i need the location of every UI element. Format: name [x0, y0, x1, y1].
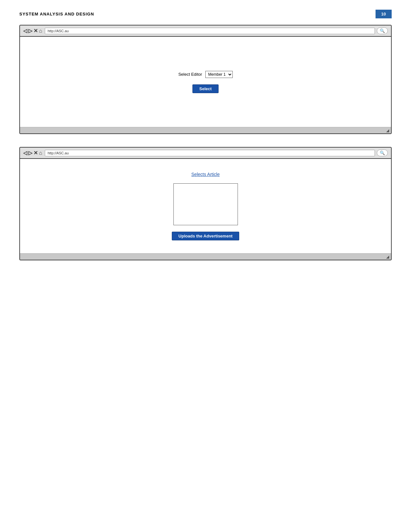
url-bar-container-1: 🔍 [45, 27, 388, 34]
upload-button[interactable]: Uploads the Advertisement [172, 232, 240, 240]
select-editor-row: Select Editor Member 1 Member 2 Member 3 [178, 71, 233, 78]
member-dropdown[interactable]: Member 1 Member 2 Member 3 [205, 71, 233, 78]
browser-content-1: Select Editor Member 1 Member 2 Member 3… [20, 37, 391, 127]
resize-handle-2: ◢ [386, 255, 389, 259]
browser-content-2: Selects Article Uploads the Advertisemen… [20, 159, 391, 253]
nav-icons-2: ◁ ▷ ✕ ⌂ [23, 150, 42, 156]
browser-window-1: Allsports Sports Club ◁ ▷ ✕ ⌂ 🔍 Select E… [19, 25, 392, 134]
article-textarea[interactable] [173, 183, 238, 225]
browser-statusbar-2: ◢ [20, 253, 391, 260]
url-input-1[interactable] [45, 28, 375, 34]
search-button-1[interactable]: 🔍 [377, 27, 388, 34]
resize-handle-1: ◢ [386, 128, 389, 133]
nav-icons-1: ◁ ▷ ✕ ⌂ [23, 28, 42, 34]
home-icon-2[interactable]: ⌂ [39, 150, 42, 156]
forward-icon[interactable]: ▷ [28, 28, 32, 34]
back-icon[interactable]: ◁ [23, 28, 27, 34]
search-button-2[interactable]: 🔍 [377, 150, 388, 156]
search-icon-2: 🔍 [380, 150, 385, 155]
home-icon[interactable]: ⌂ [39, 28, 42, 34]
stop-icon[interactable]: ✕ [34, 28, 38, 34]
select-button[interactable]: Select [192, 84, 218, 93]
browser-window-2: Allsports Sports Club ◁ ▷ ✕ ⌂ 🔍 Selects … [19, 147, 392, 260]
stop-icon-2[interactable]: ✕ [34, 150, 38, 156]
browser-toolbar-1: Allsports Sports Club ◁ ▷ ✕ ⌂ 🔍 [20, 25, 391, 37]
search-icon-1: 🔍 [380, 28, 385, 33]
toolbar-inner-1: Allsports Sports Club ◁ ▷ ✕ ⌂ 🔍 [23, 27, 388, 34]
browser-statusbar-1: ◢ [20, 127, 391, 133]
url-input-2[interactable] [45, 150, 375, 156]
toolbar-inner-2: Allsports Sports Club ◁ ▷ ✕ ⌂ 🔍 [23, 150, 388, 156]
browser-toolbar-2: Allsports Sports Club ◁ ▷ ✕ ⌂ 🔍 [20, 148, 391, 159]
page-title: SYSTEM ANALYSIS AND DESIGN [19, 12, 94, 16]
forward-icon-2[interactable]: ▷ [28, 150, 32, 156]
back-icon-2[interactable]: ◁ [23, 150, 27, 156]
url-bar-container-2: 🔍 [45, 150, 388, 156]
page-number: 10 [376, 10, 392, 18]
selects-article-link[interactable]: Selects Article [191, 172, 220, 177]
select-editor-label: Select Editor [178, 72, 202, 77]
page-header: SYSTEM ANALYSIS AND DESIGN 10 [0, 0, 411, 25]
